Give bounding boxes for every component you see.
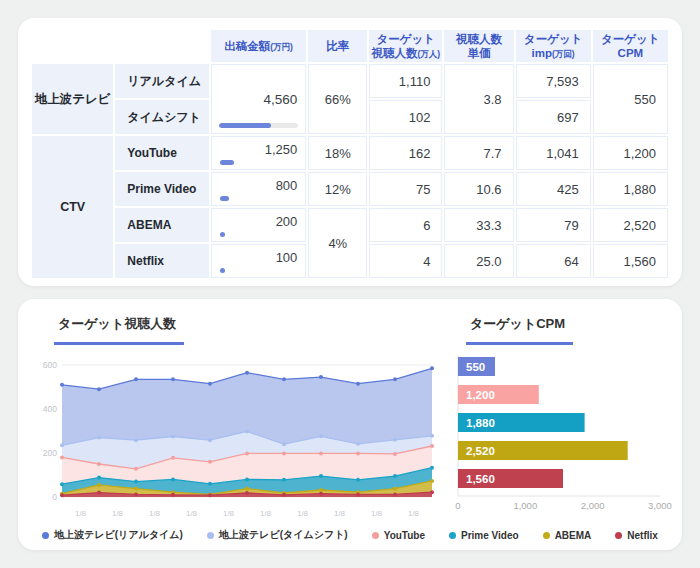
legend-item[interactable]: Prime Video [449,528,519,542]
legend-item[interactable]: 地上波テレビ(タイムシフト) [207,528,348,542]
legend-dot-icon [449,532,456,539]
cell-viewers-primevideo: 75 [369,172,442,206]
media-plan-table: 出稿金額(万円) 比率 ターゲット 視聴人数(万人) 視聴人数 単価 ターゲット… [30,28,670,280]
header-target-cpm: ターゲット CPM [593,30,668,62]
sub-label-timeshift: タイムシフト [115,100,209,134]
header-amount: 出稿金額(万円) [211,30,307,62]
sub-label-primevideo: Prime Video [115,172,209,206]
area-chart-title: ターゲット視聴人数 [54,313,184,345]
cell-cpm-abema: 2,520 [593,208,668,242]
header-amount-unit: (万円) [270,42,293,52]
cell-cpm-terrestrial: 550 [593,64,668,134]
legend-item[interactable]: YouTube [372,528,425,542]
cell-ratio-youtube: 18% [308,136,367,170]
cell-amount-terrestrial: 4,560 [211,64,307,134]
cell-unit-price-netflix: 25.0 [444,244,513,278]
cell-viewers-realtime: 1,110 [369,64,442,98]
amount-bar-fill [219,123,271,128]
cell-viewers-youtube: 162 [369,136,442,170]
target-viewers-chart-block: ターゲット視聴人数 02004006001/81/81/81/81/81/81/… [36,313,438,525]
target-viewers-area-chart: 02004006001/81/81/81/81/81/81/81/81/81/8 [36,353,438,525]
amount-bar-fill [220,232,225,237]
header-target-cpm-l2: CPM [618,47,644,59]
legend-dot-icon [543,532,550,539]
charts-row: ターゲット視聴人数 02004006001/81/81/81/81/81/81/… [36,313,664,525]
svg-text:550: 550 [466,361,485,373]
svg-text:1,000: 1,000 [513,500,537,511]
header-target-viewers-l1: ターゲット [377,33,436,45]
header-target-viewers-l2: 視聴人数 [372,47,418,59]
amount-value: 1,250 [220,141,298,158]
legend-dot-icon [42,532,49,539]
cell-viewers-abema: 6 [369,208,442,242]
bar-chart-title: ターゲットCPM [466,313,573,345]
charts-card: ターゲット視聴人数 02004006001/81/81/81/81/81/81/… [18,299,682,550]
media-plan-card: 出稿金額(万円) 比率 ターゲット 視聴人数(万人) 視聴人数 単価 ターゲット… [18,18,682,286]
cell-amount-abema: 200 [211,208,307,242]
svg-text:2,000: 2,000 [581,500,605,511]
legend-item[interactable]: ABEMA [543,528,592,542]
svg-text:400: 400 [43,404,57,414]
header-amount-label: 出稿金額 [224,40,270,52]
svg-text:0: 0 [455,500,460,511]
svg-text:1,560: 1,560 [466,473,495,485]
svg-text:200: 200 [43,448,57,458]
amount-bar-fill [220,268,225,273]
sub-label-abema: ABEMA [115,208,209,242]
cell-amount-youtube: 1,250 [211,136,307,170]
cell-viewers-netflix: 4 [369,244,442,278]
svg-text:3,000: 3,000 [648,500,672,511]
header-ratio-label: 比率 [326,40,349,52]
cell-unit-price-terrestrial: 3.8 [444,64,513,134]
cell-imp-primevideo: 425 [516,172,591,206]
legend-dot-icon [615,532,622,539]
svg-text:1/8: 1/8 [75,509,87,518]
cell-imp-youtube: 1,041 [516,136,591,170]
legend-label: 地上波テレビ(タイムシフト) [219,528,348,542]
header-unit-price-l1: 視聴人数 [456,33,502,45]
svg-text:1/8: 1/8 [223,509,235,518]
cell-imp-realtime: 7,593 [516,64,591,98]
cell-ratio-primevideo: 12% [308,172,367,206]
sub-label-youtube: YouTube [115,136,209,170]
cell-unit-price-abema: 33.3 [444,208,513,242]
cell-imp-netflix: 64 [516,244,591,278]
cell-amount-netflix: 100 [211,244,307,278]
svg-text:600: 600 [43,360,57,370]
cell-unit-price-primevideo: 10.6 [444,172,513,206]
amount-value: 200 [220,213,298,230]
svg-text:1/8: 1/8 [260,509,272,518]
cell-cpm-primevideo: 1,880 [593,172,668,206]
table-row-realtime: 地上波テレビ リアルタイム 4,560 66% 1,110 3.8 7,593 … [32,64,668,98]
target-cpm-bar-chart: 5501,2001,8802,5201,56001,0002,0003,000 [452,353,687,525]
svg-text:2,520: 2,520 [466,445,495,457]
legend-label: ABEMA [555,530,592,541]
sub-label-realtime: リアルタイム [115,64,209,98]
amount-bar-track [220,196,298,201]
group-terrestrial: 地上波テレビ [32,64,113,134]
legend-label: Netflix [627,530,658,541]
header-target-imp-l1: ターゲット [524,33,583,45]
svg-text:1/8: 1/8 [112,509,124,518]
group-ctv: CTV [32,136,113,278]
header-unit-price: 視聴人数 単価 [444,30,513,62]
amount-bar-fill [220,196,229,201]
legend-dot-icon [372,532,379,539]
legend-item[interactable]: Netflix [615,528,658,542]
amount-value: 800 [220,177,298,194]
header-target-imp-l2: imp [532,47,552,59]
amount-bar-fill [220,160,234,165]
amount-bar-track [220,268,298,273]
cell-imp-timeshift: 697 [516,100,591,134]
svg-text:1,880: 1,880 [466,417,495,429]
svg-text:1/8: 1/8 [408,509,420,518]
amount-value: 4,560 [220,92,298,107]
legend-label: Prime Video [461,530,519,541]
cell-ratio-shared: 4% [308,208,367,278]
svg-text:1,200: 1,200 [466,389,495,401]
legend-dot-icon [207,532,214,539]
cell-ratio-terrestrial: 66% [308,64,367,134]
header-target-viewers-unit: (万人) [418,49,441,59]
legend-item[interactable]: 地上波テレビ(リアルタイム) [42,528,183,542]
header-blank [32,30,209,62]
